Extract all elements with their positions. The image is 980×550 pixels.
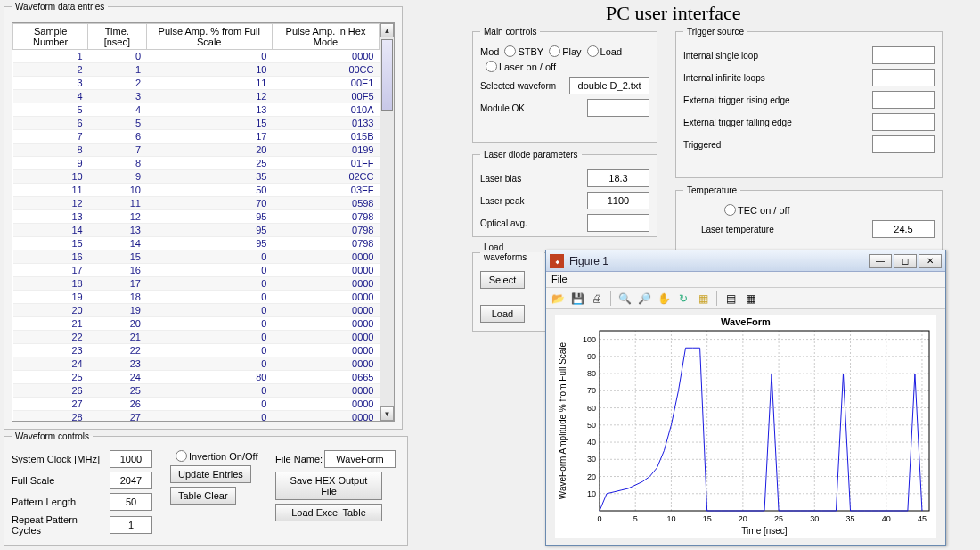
select-button[interactable]: Select bbox=[480, 271, 525, 289]
invertion-radio[interactable] bbox=[176, 450, 187, 462]
table-clear-button[interactable]: Table Clear bbox=[170, 487, 236, 505]
svg-text:60: 60 bbox=[587, 404, 596, 413]
data-cursor-icon[interactable]: ▦ bbox=[695, 291, 711, 307]
play-radio[interactable] bbox=[549, 45, 560, 57]
save-icon[interactable]: 💾 bbox=[569, 291, 585, 307]
scroll-down-icon[interactable]: ▼ bbox=[380, 406, 394, 421]
svg-text:10: 10 bbox=[666, 514, 675, 523]
file-name-input[interactable] bbox=[324, 450, 396, 468]
svg-text:20: 20 bbox=[587, 472, 596, 481]
table-row[interactable]: 1514950798 bbox=[13, 237, 380, 250]
laser-onoff-label: Laser on / off bbox=[499, 62, 556, 72]
table-row[interactable]: 87200199 bbox=[13, 144, 380, 157]
table-row[interactable]: 982501FF bbox=[13, 157, 380, 170]
load-button[interactable]: Load bbox=[480, 305, 525, 323]
table-cell: 0 bbox=[146, 357, 272, 371]
figure-titlebar[interactable]: ⬥ Figure 1 — ◻ ✕ bbox=[546, 250, 945, 272]
table-row[interactable]: 171600000 bbox=[13, 264, 380, 277]
figure-menubar[interactable]: File bbox=[546, 272, 945, 288]
table-cell: 16 bbox=[88, 264, 146, 277]
laser-bias-input[interactable] bbox=[587, 169, 649, 187]
laser-onoff-radio[interactable] bbox=[486, 61, 497, 72]
menu-file[interactable]: File bbox=[551, 274, 568, 284]
repeat-cycles-input[interactable] bbox=[110, 516, 152, 534]
print-icon[interactable]: 🖨 bbox=[589, 291, 605, 307]
minimize-button[interactable]: — bbox=[869, 254, 892, 268]
maximize-button[interactable]: ◻ bbox=[894, 254, 917, 268]
save-hex-button[interactable]: Save HEX Output File bbox=[275, 472, 382, 500]
colorbar-icon[interactable]: ▤ bbox=[723, 291, 739, 307]
table-cell: 2 bbox=[13, 63, 88, 77]
load-radio[interactable] bbox=[587, 45, 599, 57]
table-row[interactable]: 1093502CC bbox=[13, 170, 380, 184]
table-row[interactable]: 7617015B bbox=[13, 130, 380, 144]
stby-radio[interactable] bbox=[504, 45, 516, 57]
trigger-input[interactable] bbox=[872, 135, 935, 153]
scroll-up-icon[interactable]: ▲ bbox=[380, 23, 394, 37]
rotate-icon[interactable]: ↻ bbox=[675, 291, 691, 307]
zoom-in-icon[interactable]: 🔍 bbox=[617, 291, 633, 307]
table-cell: 8 bbox=[13, 144, 88, 157]
table-cell: 95 bbox=[146, 210, 272, 224]
table-cell: 0000 bbox=[272, 331, 379, 344]
table-cell: 01FF bbox=[272, 157, 379, 170]
trigger-input[interactable] bbox=[872, 113, 935, 131]
table-row[interactable]: 1000000 bbox=[13, 50, 380, 63]
table-row[interactable]: 191800000 bbox=[13, 291, 380, 304]
pan-icon[interactable]: ✋ bbox=[656, 291, 672, 307]
table-row[interactable]: 2524800665 bbox=[13, 371, 380, 384]
optical-avg-input[interactable] bbox=[587, 214, 649, 232]
table-row[interactable]: 1413950798 bbox=[13, 224, 380, 237]
system-clock-input[interactable] bbox=[110, 450, 152, 468]
full-scale-input[interactable] bbox=[110, 472, 152, 489]
waveform-table[interactable]: Sample NumberTime. [nsec]Pulse Amp. % fr… bbox=[12, 23, 380, 421]
table-cell: 0000 bbox=[272, 250, 379, 264]
table-row[interactable]: 11105003FF bbox=[13, 184, 380, 197]
table-cell: 28 bbox=[13, 411, 88, 422]
table-row[interactable]: 282700000 bbox=[13, 411, 380, 422]
waveform-data-entries-panel: Waveform data entries Sample NumberTime.… bbox=[4, 2, 403, 430]
table-row[interactable]: 1312950798 bbox=[13, 210, 380, 224]
waveform-controls-legend: Waveform controls bbox=[12, 431, 93, 441]
table-row[interactable]: 161500000 bbox=[13, 250, 380, 264]
table-row[interactable]: 431200F5 bbox=[13, 90, 380, 103]
table-row[interactable]: 262500000 bbox=[13, 384, 380, 398]
table-row[interactable]: 321100E1 bbox=[13, 77, 380, 90]
trigger-input[interactable] bbox=[872, 69, 935, 86]
table-row[interactable]: 181700000 bbox=[13, 277, 380, 291]
table-row[interactable]: 65150133 bbox=[13, 117, 380, 130]
open-icon[interactable]: 📂 bbox=[550, 291, 566, 307]
table-cell: 0798 bbox=[272, 224, 379, 237]
update-entries-button[interactable]: Update Entries bbox=[170, 465, 251, 483]
table-row[interactable]: 211000CC bbox=[13, 63, 380, 77]
load-excel-button[interactable]: Load Excel Table bbox=[275, 504, 382, 521]
load-waveforms-legend: Load waveforms bbox=[480, 242, 544, 262]
laser-temp-label: Laser temperature bbox=[701, 225, 872, 234]
close-button[interactable]: ✕ bbox=[919, 254, 942, 268]
table-row[interactable]: 222100000 bbox=[13, 331, 380, 344]
table-row[interactable]: 232200000 bbox=[13, 344, 380, 357]
svg-text:50: 50 bbox=[587, 421, 596, 430]
laser-temp-input[interactable] bbox=[872, 220, 935, 238]
table-row[interactable]: 212000000 bbox=[13, 317, 380, 331]
table-row[interactable]: 201900000 bbox=[13, 304, 380, 317]
selected-waveform-input[interactable] bbox=[569, 77, 649, 94]
scroll-thumb[interactable] bbox=[381, 39, 393, 111]
table-row[interactable]: 5413010A bbox=[13, 103, 380, 117]
table-cell: 17 bbox=[88, 277, 146, 291]
table-cell: 19 bbox=[13, 291, 88, 304]
table-scrollbar[interactable]: ▲ ▼ bbox=[380, 23, 394, 421]
laser-peak-input[interactable] bbox=[587, 192, 649, 209]
svg-text:30: 30 bbox=[587, 455, 596, 464]
tec-onoff-radio[interactable] bbox=[724, 204, 736, 216]
table-row[interactable]: 272600000 bbox=[13, 398, 380, 411]
trigger-input[interactable] bbox=[872, 91, 935, 109]
module-ok-input[interactable] bbox=[587, 99, 649, 117]
trigger-input[interactable] bbox=[872, 46, 935, 64]
zoom-out-icon[interactable]: 🔎 bbox=[636, 291, 652, 307]
pattern-length-input[interactable] bbox=[110, 493, 152, 511]
legend-icon[interactable]: ▦ bbox=[742, 291, 758, 307]
table-cell: 0000 bbox=[272, 384, 379, 398]
table-row[interactable]: 242300000 bbox=[13, 357, 380, 371]
table-row[interactable]: 1211700598 bbox=[13, 197, 380, 210]
